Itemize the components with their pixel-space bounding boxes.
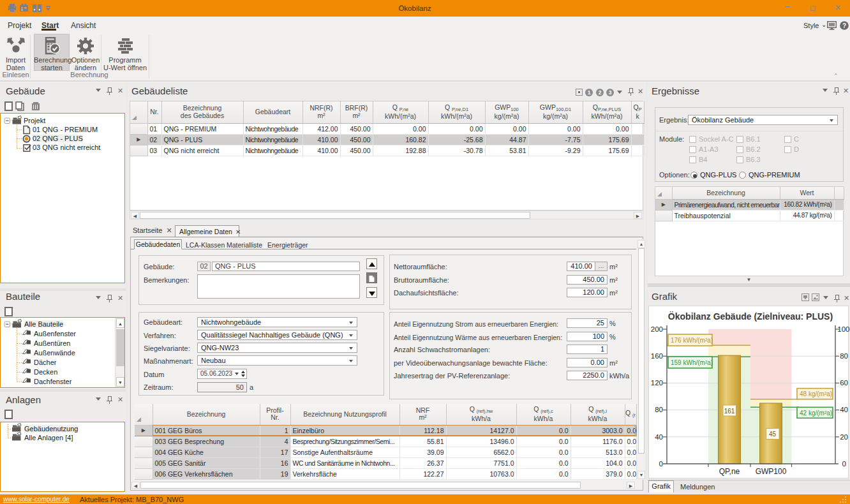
svg-text:42 kg/(m²a): 42 kg/(m²a) xyxy=(800,410,832,417)
svg-text:200: 200 xyxy=(651,325,663,333)
svg-text:80: 80 xyxy=(840,352,848,360)
svg-text:60: 60 xyxy=(840,379,848,387)
svg-text:40: 40 xyxy=(840,406,848,413)
svg-text:45: 45 xyxy=(769,431,777,438)
svg-text:176 kWh/(m²a): 176 kWh/(m²a) xyxy=(671,337,713,344)
svg-text:0: 0 xyxy=(842,460,846,468)
svg-text:120: 120 xyxy=(651,379,663,387)
svg-text:40: 40 xyxy=(655,433,663,441)
svg-text:80: 80 xyxy=(655,406,663,413)
svg-text:0: 0 xyxy=(659,460,663,468)
svg-text:QP,ne: QP,ne xyxy=(719,467,740,476)
svg-text:161: 161 xyxy=(724,408,735,415)
svg-text:48 kg/(m²a): 48 kg/(m²a) xyxy=(800,390,832,397)
svg-text:Ökobilanz Gebäude (Zielniveau:: Ökobilanz Gebäude (Zielniveau: PLUS) xyxy=(668,311,833,322)
svg-text:20: 20 xyxy=(840,433,848,441)
svg-text:159 kWh/(m²a): 159 kWh/(m²a) xyxy=(671,359,713,366)
svg-text:GWP100: GWP100 xyxy=(756,467,787,476)
svg-text:?: ? xyxy=(842,22,846,29)
svg-text:100: 100 xyxy=(837,325,849,333)
svg-text:160: 160 xyxy=(651,352,663,360)
